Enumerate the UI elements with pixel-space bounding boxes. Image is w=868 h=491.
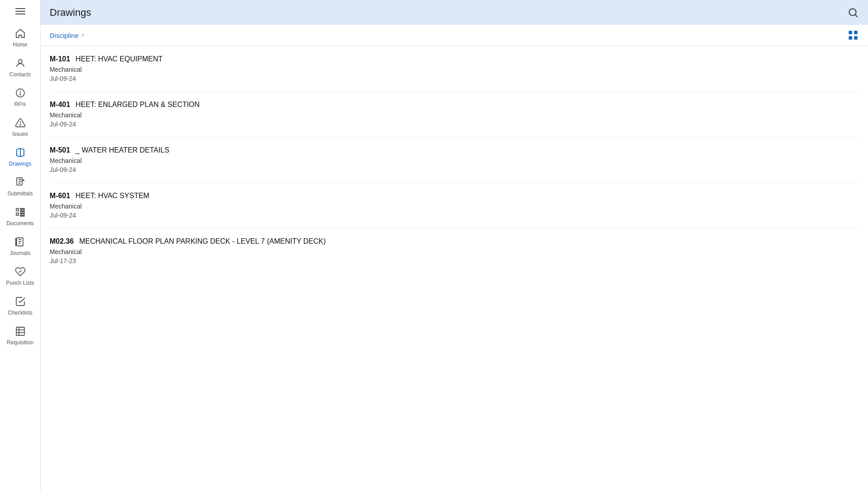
- drawing-number: M-101: [50, 55, 70, 63]
- journals-icon: [14, 236, 27, 248]
- hamburger-line-1: [15, 8, 25, 9]
- drawing-number: M-401: [50, 101, 70, 109]
- drawings-list: M-101HEET: HVAC EQUIPMENTMechanicalJul-0…: [41, 46, 868, 491]
- drawing-discipline: Mechanical: [50, 203, 859, 210]
- svg-point-0: [19, 60, 22, 63]
- svg-rect-18: [849, 36, 852, 40]
- drawing-number: M02.36: [50, 237, 74, 246]
- drawing-name: _ WATER HEATER DETAILS: [75, 146, 169, 154]
- drawing-item[interactable]: M-401HEET: ENLARGED PLAN & SECTIONMechan…: [50, 92, 859, 137]
- drawing-date: Jul-09-24: [50, 212, 859, 219]
- drawing-discipline: Mechanical: [50, 248, 859, 255]
- drawing-name: HEET: HVAC EQUIPMENT: [75, 55, 163, 63]
- sort-arrow-icon: ↑: [81, 32, 84, 39]
- home-icon: [14, 27, 27, 40]
- page-title: Drawings: [50, 7, 91, 19]
- discipline-sort-button[interactable]: Discipline ↑: [50, 32, 84, 39]
- documents-icon: [14, 206, 27, 218]
- drawing-item[interactable]: M02.36MECHANICAL FLOOR PLAN PARKING DECK…: [50, 228, 859, 273]
- drawing-title-row: M-601HEET: HVAC SYSTEM: [50, 192, 859, 200]
- drawing-discipline: Mechanical: [50, 111, 859, 119]
- drawing-date: Jul-09-24: [50, 120, 859, 128]
- sidebar-label-contacts: Contacts: [9, 71, 31, 78]
- page-header: Drawings: [41, 0, 868, 25]
- sidebar-label-submittals: Submittals: [7, 190, 33, 197]
- sidebar-item-documents[interactable]: Documents: [0, 201, 40, 231]
- sidebar-item-contacts[interactable]: Contacts: [0, 52, 40, 82]
- drawing-date: Jul-17-23: [50, 257, 859, 264]
- svg-rect-17: [854, 31, 858, 34]
- contacts-icon: [14, 57, 27, 69]
- sidebar-label-requisition: Requisition: [7, 339, 33, 346]
- sidebar-label-punch-lists: Punch Lists: [6, 280, 34, 286]
- drawing-title-row: M-401HEET: ENLARGED PLAN & SECTION: [50, 101, 859, 109]
- svg-rect-8: [17, 238, 23, 246]
- sidebar-label-journals: Journals: [10, 250, 30, 256]
- drawing-name: MECHANICAL FLOOR PLAN PARKING DECK - LEV…: [79, 237, 326, 246]
- sidebar-item-requisition[interactable]: Requisition: [0, 320, 40, 350]
- drawing-date: Jul-09-24: [50, 166, 859, 173]
- svg-point-14: [849, 9, 856, 15]
- drawing-date: Jul-09-24: [50, 75, 859, 82]
- sidebar-label-issues: Issues: [12, 131, 28, 137]
- svg-line-15: [855, 14, 858, 17]
- drawing-item[interactable]: M-601HEET: HVAC SYSTEMMechanicalJul-09-2…: [50, 183, 859, 228]
- punch-lists-icon: [14, 265, 27, 278]
- sidebar-item-submittals[interactable]: Submittals: [0, 171, 40, 201]
- drawing-item[interactable]: M-501_ WATER HEATER DETAILSMechanicalJul…: [50, 137, 859, 183]
- sort-label: Discipline: [50, 32, 79, 39]
- sidebar-label-rfis: RFIs: [14, 101, 26, 107]
- sidebar-item-checklists[interactable]: Checklists: [0, 291, 40, 320]
- drawing-discipline: Mechanical: [50, 157, 859, 164]
- drawing-name: HEET: ENLARGED PLAN & SECTION: [75, 101, 200, 109]
- drawing-name: HEET: HVAC SYSTEM: [75, 192, 149, 200]
- sidebar-item-punch-lists[interactable]: Punch Lists: [0, 261, 40, 291]
- sidebar-item-rfis[interactable]: RFIs: [0, 82, 40, 112]
- sidebar-label-checklists: Checklists: [8, 310, 33, 316]
- sidebar-item-journals[interactable]: Journals: [0, 231, 40, 261]
- sidebar-item-home[interactable]: Home: [0, 23, 40, 52]
- drawing-title-row: M-501_ WATER HEATER DETAILS: [50, 146, 859, 154]
- svg-point-3: [20, 94, 21, 95]
- drawing-discipline: Mechanical: [50, 66, 859, 73]
- drawing-title-row: M02.36MECHANICAL FLOOR PLAN PARKING DECK…: [50, 237, 859, 246]
- svg-point-5: [20, 125, 21, 125]
- submittals-icon: [14, 176, 27, 189]
- drawing-item[interactable]: M-101HEET: HVAC EQUIPMENTMechanicalJul-0…: [50, 46, 859, 92]
- svg-rect-16: [849, 31, 852, 34]
- checklists-icon: [14, 295, 27, 308]
- issues-icon: [14, 116, 27, 129]
- sidebar: Home Contacts RFIs: [0, 0, 41, 491]
- drawing-number: M-601: [50, 192, 70, 200]
- main-content: Drawings Discipline ↑ M-101HEET: HVAC EQ…: [41, 0, 868, 491]
- hamburger-line-3: [15, 14, 25, 14]
- requisition-icon: [14, 325, 27, 338]
- hamburger-line-2: [15, 11, 25, 12]
- sidebar-item-issues[interactable]: Issues: [0, 112, 40, 142]
- rfis-icon: [14, 87, 27, 99]
- drawing-number: M-501: [50, 146, 70, 154]
- sidebar-label-drawings: Drawings: [9, 161, 31, 167]
- drawings-icon: [14, 146, 27, 159]
- grid-view-button[interactable]: [847, 29, 859, 41]
- svg-rect-19: [854, 36, 858, 40]
- search-button[interactable]: [847, 7, 859, 19]
- drawing-title-row: M-101HEET: HVAC EQUIPMENT: [50, 55, 859, 63]
- toolbar: Discipline ↑: [41, 25, 868, 46]
- svg-rect-10: [16, 327, 24, 335]
- sidebar-label-documents: Documents: [6, 220, 34, 227]
- sidebar-label-home: Home: [13, 42, 27, 48]
- hamburger-button[interactable]: [12, 5, 29, 18]
- sidebar-item-drawings[interactable]: Drawings: [0, 142, 40, 171]
